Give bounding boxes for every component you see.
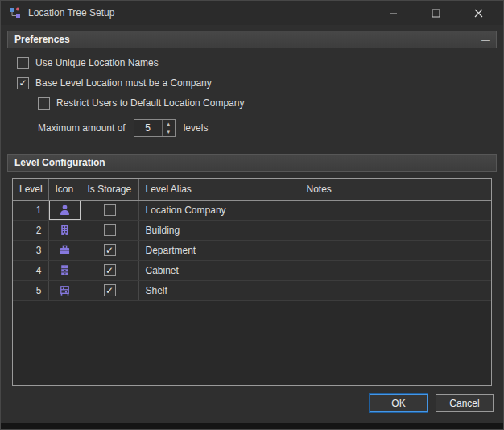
- location-tree-setup-dialog: Location Tree Setup Preferences Use Uniq…: [0, 0, 504, 430]
- table-row: 5: [13, 280, 491, 300]
- spinner-buttons: [162, 120, 175, 136]
- levels-suffix-label: levels: [184, 122, 209, 134]
- is-storage-checkbox[interactable]: [104, 224, 116, 236]
- table-row: 3 Department: [13, 240, 491, 260]
- icon-cell[interactable]: [48, 240, 81, 260]
- max-levels-label: Maximum amount of: [38, 122, 126, 134]
- notes-cell[interactable]: [300, 220, 491, 240]
- is-storage-checkbox[interactable]: [104, 204, 116, 216]
- level-alias-cell[interactable]: Building: [138, 220, 300, 240]
- max-levels-input[interactable]: [134, 120, 162, 136]
- spinner-down-icon[interactable]: [163, 128, 175, 136]
- base-level-company-row: Base Level Location must be a Company: [17, 76, 494, 89]
- table-header-row: Level Icon Is Storage Level Alias Notes: [13, 179, 491, 200]
- window-title: Location Tree Setup: [28, 7, 114, 19]
- is-storage-cell: [81, 240, 138, 260]
- column-header-level[interactable]: Level: [13, 179, 48, 200]
- restrict-users-row: Restrict Users to Default Location Compa…: [38, 97, 494, 110]
- is-storage-checkbox[interactable]: [104, 244, 116, 256]
- is-storage-cell: [81, 220, 138, 240]
- level-alias-cell[interactable]: Cabinet: [138, 260, 300, 280]
- level-cell: 1: [13, 200, 48, 220]
- restrict-users-label[interactable]: Restrict Users to Default Location Compa…: [56, 97, 244, 109]
- window-bottom-edge: [1, 423, 503, 429]
- icon-cell[interactable]: [48, 260, 81, 280]
- level-alias-cell[interactable]: Location Company: [138, 200, 300, 220]
- notes-cell[interactable]: [300, 260, 491, 280]
- building-icon: [59, 224, 71, 236]
- app-icon: [9, 6, 22, 19]
- is-storage-checkbox[interactable]: [104, 264, 116, 276]
- department-briefcase-icon: [59, 244, 71, 256]
- level-configuration-header: Level Configuration: [7, 154, 497, 172]
- maximize-icon: [432, 9, 440, 18]
- base-level-company-checkbox[interactable]: [17, 77, 29, 89]
- notes-cell[interactable]: [300, 280, 491, 300]
- ok-button[interactable]: OK: [370, 394, 428, 412]
- table-row: 2 Building: [13, 220, 491, 240]
- level-cell: 3: [13, 240, 48, 260]
- icon-cell[interactable]: [48, 220, 81, 240]
- use-unique-location-names-label[interactable]: Use Unique Location Names: [35, 57, 159, 68]
- column-header-notes[interactable]: Notes: [300, 179, 491, 200]
- is-storage-checkbox[interactable]: [104, 284, 116, 296]
- shelf-icon: [59, 284, 71, 296]
- minimize-icon: [389, 9, 398, 18]
- table-row: 4 Cabinet: [13, 260, 491, 280]
- window-controls: [382, 4, 497, 22]
- preferences-header: Preferences: [7, 31, 497, 48]
- base-level-company-label[interactable]: Base Level Location must be a Company: [35, 77, 212, 89]
- spinner-up-icon[interactable]: [163, 120, 175, 128]
- unique-names-row: Use Unique Location Names: [17, 56, 494, 69]
- cabinet-icon: [59, 264, 71, 276]
- collapse-icon[interactable]: [481, 34, 490, 45]
- column-header-icon[interactable]: Icon: [48, 179, 81, 200]
- titlebar[interactable]: Location Tree Setup: [1, 1, 503, 25]
- preferences-body: Use Unique Location Names Base Level Loc…: [1, 48, 503, 148]
- level-configuration-header-label: Level Configuration: [14, 157, 105, 168]
- column-header-level-alias[interactable]: Level Alias: [138, 179, 300, 200]
- icon-cell[interactable]: [48, 280, 81, 300]
- close-button[interactable]: [468, 4, 489, 22]
- is-storage-cell: [81, 200, 138, 220]
- minimize-button[interactable]: [382, 4, 403, 22]
- max-levels-row: Maximum amount of levels: [38, 119, 494, 137]
- dialog-footer: OK Cancel: [1, 394, 503, 423]
- notes-cell[interactable]: [300, 240, 491, 260]
- restrict-users-checkbox[interactable]: [38, 97, 50, 110]
- level-cell: 4: [13, 260, 48, 280]
- level-alias-cell[interactable]: Department: [138, 240, 300, 260]
- preferences-header-label: Preferences: [14, 34, 70, 45]
- close-icon: [474, 9, 483, 18]
- is-storage-cell: [81, 260, 138, 280]
- maximize-button[interactable]: [425, 4, 446, 22]
- use-unique-location-names-checkbox[interactable]: [17, 57, 29, 69]
- level-cell: 2: [13, 220, 48, 240]
- level-cell: 5: [13, 280, 48, 300]
- cancel-button[interactable]: Cancel: [436, 394, 494, 412]
- is-storage-cell: [81, 280, 138, 300]
- icon-cell[interactable]: [48, 200, 81, 220]
- level-configuration-table: Level Icon Is Storage Level Alias Notes …: [12, 178, 492, 386]
- level-alias-cell[interactable]: Shelf: [138, 280, 300, 300]
- notes-cell[interactable]: [300, 200, 491, 220]
- location-company-icon: [59, 204, 71, 216]
- max-levels-spinner: [134, 119, 176, 137]
- column-header-is-storage[interactable]: Is Storage: [81, 179, 138, 200]
- table-row: 1 Location Company: [13, 200, 491, 220]
